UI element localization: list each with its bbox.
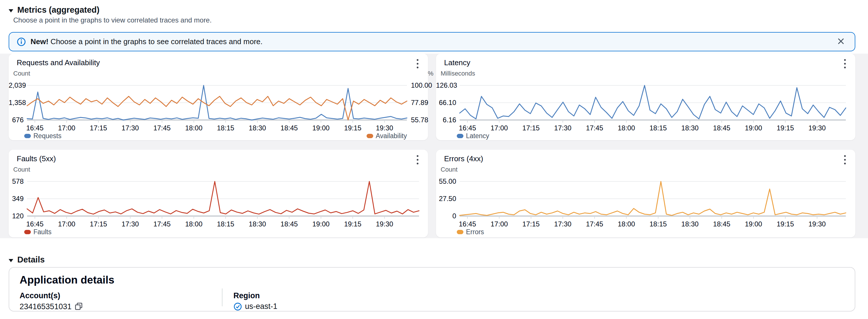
y-tick-label: 27.50 bbox=[436, 195, 456, 203]
details-section-title: Details bbox=[17, 255, 45, 264]
y-axis-unit-label: Milliseconds bbox=[441, 70, 475, 77]
banner-message: New! Choose a point in the graphs to see… bbox=[31, 37, 262, 46]
x-tick-label: 17:00 bbox=[58, 124, 75, 132]
kebab-icon bbox=[417, 59, 418, 68]
y-tick-label: 55.00 bbox=[436, 177, 456, 185]
chart-title: Errors (4xx) bbox=[444, 154, 483, 163]
info-icon bbox=[17, 37, 26, 47]
x-tick-label: 19:15 bbox=[777, 220, 794, 228]
x-tick-label: 17:45 bbox=[153, 220, 170, 228]
x-tick-label: 16:45 bbox=[26, 124, 43, 132]
series-line-errors[interactable] bbox=[460, 181, 846, 215]
x-tick-label: 16:45 bbox=[26, 220, 43, 228]
y-tick-label: 120 bbox=[9, 212, 24, 220]
chart-menu-button[interactable] bbox=[839, 57, 851, 71]
right-tick-label: 55.78 bbox=[411, 116, 428, 124]
legend-color-pill bbox=[367, 134, 373, 138]
chart-menu-button[interactable] bbox=[411, 57, 424, 71]
details-section-header[interactable]: Details bbox=[9, 255, 45, 264]
legend-color-pill bbox=[24, 134, 31, 138]
x-tick-label: 19:00 bbox=[745, 220, 762, 228]
legend-item-errors[interactable]: Errors bbox=[457, 228, 484, 236]
close-icon bbox=[837, 37, 845, 46]
y-axis-unit-label: Count bbox=[13, 70, 30, 77]
metrics-section-title: Metrics (aggregated) bbox=[17, 5, 99, 15]
y-axis-unit-label: Count bbox=[441, 166, 458, 173]
metrics-section-header[interactable]: Metrics (aggregated) bbox=[9, 5, 99, 15]
x-tick-label: 19:30 bbox=[376, 124, 393, 132]
legend-color-pill bbox=[24, 230, 31, 234]
right-axis-unit-label: % bbox=[411, 70, 433, 77]
accounts-label: Account(s) bbox=[20, 291, 83, 300]
x-tick-label: 18:30 bbox=[249, 124, 266, 132]
chart-legend: RequestsAvailability bbox=[24, 132, 407, 140]
chart-plot[interactable] bbox=[27, 85, 407, 123]
chart-card-3: Faults (5xx) Count 57834912016:4517:0017… bbox=[9, 150, 428, 237]
x-tick-label: 17:30 bbox=[554, 220, 571, 228]
y-tick-label: 1,358 bbox=[9, 99, 24, 107]
x-tick-label: 17:45 bbox=[153, 124, 170, 132]
legend-item-faults[interactable]: Faults bbox=[24, 228, 52, 236]
x-tick-label: 19:15 bbox=[344, 220, 361, 228]
legend-item-availability[interactable]: Availability bbox=[367, 132, 407, 140]
y-tick-label: 349 bbox=[9, 195, 24, 203]
chart-legend: Faults bbox=[24, 228, 419, 236]
x-tick-label: 19:00 bbox=[312, 220, 330, 228]
y-tick-label: 0 bbox=[436, 212, 456, 220]
legend-item-requests[interactable]: Requests bbox=[24, 132, 61, 140]
x-tick-label: 17:15 bbox=[523, 124, 540, 132]
y-tick-label: 66.10 bbox=[436, 99, 456, 107]
x-tick-label: 17:30 bbox=[554, 124, 571, 132]
series-line-latency[interactable] bbox=[460, 85, 846, 119]
x-tick-label: 18:30 bbox=[681, 124, 699, 132]
chart-plot[interactable] bbox=[27, 181, 419, 220]
chart-menu-button[interactable] bbox=[411, 152, 424, 167]
copy-account-button[interactable] bbox=[74, 302, 83, 312]
x-tick-label: 18:45 bbox=[713, 124, 730, 132]
x-tick-label: 18:15 bbox=[217, 220, 234, 228]
x-tick-label: 18:15 bbox=[650, 220, 667, 228]
page: { "metrics_section": { "title": "Metrics… bbox=[0, 0, 868, 319]
x-tick-label: 18:30 bbox=[249, 220, 266, 228]
region-value: us-east-1 bbox=[245, 302, 278, 311]
region-label: Region bbox=[234, 291, 278, 300]
legend-color-pill bbox=[457, 230, 463, 234]
legend-label: Faults bbox=[33, 228, 52, 236]
x-tick-label: 19:00 bbox=[745, 124, 762, 132]
chart-title: Faults (5xx) bbox=[17, 154, 56, 163]
x-tick-label: 19:30 bbox=[808, 220, 826, 228]
chart-legend: Errors bbox=[457, 228, 846, 236]
legend-item-latency[interactable]: Latency bbox=[457, 132, 489, 140]
collapse-caret-icon bbox=[9, 258, 13, 261]
chart-legend: Latency bbox=[457, 132, 846, 140]
info-banner: New! Choose a point in the graphs to see… bbox=[9, 32, 855, 51]
application-details-title: Application details bbox=[20, 274, 844, 286]
charts-band: Requests and Availability Count 2,0391,3… bbox=[0, 54, 868, 238]
copy-icon bbox=[74, 302, 83, 312]
y-tick-label: 2,039 bbox=[9, 81, 24, 89]
chart-plot[interactable] bbox=[460, 181, 846, 220]
collapse-caret-icon bbox=[9, 8, 13, 11]
x-tick-label: 18:00 bbox=[185, 124, 202, 132]
legend-label: Errors bbox=[466, 228, 484, 236]
x-tick-label: 18:45 bbox=[280, 124, 298, 132]
series-line-faults[interactable] bbox=[27, 181, 419, 214]
x-tick-label: 19:30 bbox=[376, 220, 393, 228]
legend-color-pill bbox=[457, 134, 463, 138]
chart-title: Requests and Availability bbox=[17, 58, 100, 67]
chart-menu-button[interactable] bbox=[839, 152, 851, 167]
banner-close-button[interactable] bbox=[835, 35, 847, 48]
chart-card-2: Latency Milliseconds 126.0366.106.1616:4… bbox=[436, 54, 855, 140]
accounts-value: 234165351031 bbox=[20, 302, 71, 311]
right-tick-label: 100.00 bbox=[411, 81, 432, 89]
x-tick-label: 18:30 bbox=[681, 220, 699, 228]
x-tick-label: 18:15 bbox=[650, 124, 667, 132]
chart-title: Latency bbox=[444, 58, 470, 67]
chart-plot[interactable] bbox=[460, 85, 846, 123]
y-tick-label: 6.16 bbox=[436, 116, 456, 124]
y-tick-label: 578 bbox=[9, 177, 24, 185]
right-tick-label: 77.89 bbox=[411, 99, 428, 107]
kebab-icon bbox=[417, 155, 418, 165]
legend-label: Availability bbox=[376, 132, 407, 140]
x-tick-label: 18:45 bbox=[713, 220, 730, 228]
